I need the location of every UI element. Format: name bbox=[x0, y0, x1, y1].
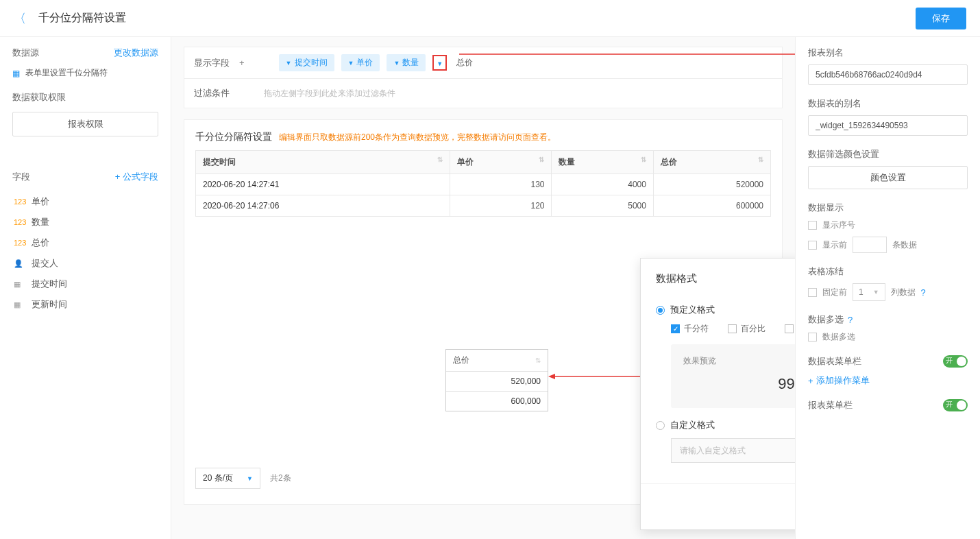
change-datasource-link[interactable]: 更改数据源 bbox=[114, 47, 158, 59]
table-menu-toggle[interactable]: 开 bbox=[943, 355, 968, 368]
field-label: 总价 bbox=[32, 237, 49, 249]
preview-label: 效果预览 bbox=[683, 355, 795, 367]
filter-placeholder: 拖动左侧字段到此处来添加过滤条件 bbox=[264, 88, 395, 99]
datasource-name: 表单里设置千位分隔符 bbox=[25, 67, 108, 79]
field-label: 更新时间 bbox=[32, 298, 67, 311]
help-icon[interactable]: ? bbox=[921, 287, 926, 298]
chevron-down-icon: ▼ bbox=[873, 289, 879, 296]
field-item[interactable]: ▦提交时间 bbox=[12, 274, 158, 294]
center-panel: 显示字段 + ▼提交时间 ▼单价 ▼数量 ▼ 总价 过滤条件 拖动左侧字段到此处… bbox=[171, 37, 795, 539]
checkbox-on-icon: ✓ bbox=[671, 324, 680, 333]
field-type-icon: 123 bbox=[14, 197, 25, 206]
sort-icon: ⇅ bbox=[535, 357, 541, 364]
column-header[interactable]: 数量⇅ bbox=[552, 151, 653, 174]
right-panel: 报表别名 数据表的别名 数据筛选颜色设置 颜色设置 数据显示 显示序号 显示前 … bbox=[795, 37, 980, 539]
checkbox-off-icon bbox=[728, 324, 737, 333]
custom-format-input[interactable] bbox=[671, 438, 795, 463]
field-item[interactable]: 👤提交人 bbox=[12, 253, 158, 274]
data-table: 提交时间⇅ 单价⇅ 数量⇅ 总价⇅ 2020-06-20 14:27:41 13… bbox=[195, 150, 771, 217]
table-freeze-label: 表格冻结 bbox=[808, 265, 968, 278]
field-label: 数量 bbox=[32, 216, 49, 228]
field-type-icon: 👤 bbox=[14, 259, 25, 268]
checkbox-off-icon[interactable] bbox=[808, 288, 817, 297]
filter-label: 过滤条件 bbox=[194, 87, 230, 99]
report-menu-label: 报表菜单栏 bbox=[808, 399, 853, 411]
sort-icon: ⇅ bbox=[539, 156, 544, 163]
plus-icon: + bbox=[808, 376, 813, 386]
report-alias-input[interactable] bbox=[808, 64, 968, 85]
report-permission-button[interactable]: 报表权限 bbox=[12, 112, 158, 136]
display-fields-label: 显示字段 bbox=[194, 57, 230, 69]
page-size-select[interactable]: 20 条/页▼ bbox=[195, 468, 260, 489]
page-title: 千分位分隔符设置 bbox=[38, 11, 126, 25]
percent-checkbox[interactable]: 百分比 bbox=[728, 323, 765, 335]
report-alias-label: 报表别名 bbox=[808, 47, 968, 59]
multi-select-checkbox[interactable]: 数据多选 bbox=[808, 331, 968, 343]
data-format-modal: 数据格式 ✕ 预定义格式 ✓千分符 百分比 小数位数 效果预览 99,999 bbox=[640, 258, 795, 530]
sort-icon: ⇅ bbox=[641, 156, 646, 163]
add-menu-link[interactable]: +添加操作菜单 bbox=[808, 374, 968, 387]
field-chip-dropdown-highlight[interactable]: ▼ bbox=[432, 55, 447, 71]
field-chip[interactable]: ▼数量 bbox=[387, 54, 426, 71]
table-menu-label: 数据表菜单栏 bbox=[808, 355, 861, 368]
table-title: 千分位分隔符设置 bbox=[195, 131, 272, 143]
datasource-entry[interactable]: ▦ 表单里设置千位分隔符 bbox=[12, 67, 158, 79]
chevron-down-icon: ▼ bbox=[247, 475, 253, 482]
add-field-icon[interactable]: + bbox=[239, 58, 245, 68]
show-count-input[interactable] bbox=[853, 237, 887, 253]
color-settings-button[interactable]: 颜色设置 bbox=[808, 166, 968, 189]
radio-on-icon bbox=[656, 306, 665, 315]
mini-result-table: 总价⇅ 520,000 600,000 bbox=[445, 349, 548, 411]
preset-format-radio[interactable]: 预定义格式 bbox=[656, 304, 795, 316]
filter-bar: 过滤条件 拖动左侧字段到此处来添加过滤条件 bbox=[184, 79, 783, 108]
back-icon[interactable]: 〈 bbox=[14, 10, 26, 27]
checkbox-off-icon bbox=[808, 333, 817, 342]
table-alias-input[interactable] bbox=[808, 115, 968, 136]
field-type-icon: 123 bbox=[14, 218, 25, 226]
decimal-checkbox[interactable]: 小数位数 bbox=[785, 323, 795, 335]
data-display-label: 数据显示 bbox=[808, 202, 968, 214]
checkbox-off-icon[interactable] bbox=[808, 241, 817, 250]
table-row[interactable]: 2020-06-20 14:27:06 120 5000 600000 bbox=[196, 195, 771, 217]
page-count: 共2条 bbox=[270, 472, 291, 484]
freeze-count-select[interactable]: 1▼ bbox=[853, 283, 885, 301]
custom-format-radio[interactable]: 自定义格式 bbox=[656, 419, 795, 431]
field-item[interactable]: 123单价 bbox=[12, 191, 158, 212]
radio-off-icon bbox=[656, 421, 665, 430]
field-label: 提交人 bbox=[32, 257, 58, 270]
chevron-down-icon: ▼ bbox=[348, 60, 354, 67]
field-item[interactable]: 123总价 bbox=[12, 232, 158, 253]
report-menu-toggle[interactable]: 开 bbox=[943, 399, 968, 411]
field-item[interactable]: 123数量 bbox=[12, 212, 158, 232]
save-button[interactable]: 保存 bbox=[916, 8, 966, 29]
table-preview-note: 编辑界面只取数据源前200条作为查询数据预览，完整数据请访问页面查看。 bbox=[279, 132, 556, 143]
column-header[interactable]: 提交时间⇅ bbox=[196, 151, 450, 174]
display-fields-bar: 显示字段 + ▼提交时间 ▼单价 ▼数量 ▼ 总价 bbox=[184, 47, 783, 79]
field-type-icon: ▦ bbox=[14, 300, 25, 309]
field-chip-total[interactable]: 总价 bbox=[454, 54, 476, 71]
field-chip[interactable]: ▼提交时间 bbox=[279, 54, 334, 71]
field-chip[interactable]: ▼单价 bbox=[341, 54, 380, 71]
chevron-down-icon: ▼ bbox=[393, 60, 400, 67]
add-formula-field-link[interactable]: + 公式字段 bbox=[115, 171, 158, 183]
modal-title: 数据格式 bbox=[656, 272, 697, 285]
multi-select-label: 数据多选? bbox=[808, 313, 968, 326]
field-type-icon: 123 bbox=[14, 239, 25, 247]
chevron-down-icon: ▼ bbox=[286, 60, 292, 67]
field-type-icon: ▦ bbox=[14, 280, 25, 289]
fields-label: 字段 bbox=[12, 171, 30, 183]
field-item[interactable]: ▦更新时间 bbox=[12, 294, 158, 315]
permission-label: 数据获取权限 bbox=[12, 91, 66, 104]
thousand-separator-checkbox[interactable]: ✓千分符 bbox=[671, 323, 709, 335]
field-label: 单价 bbox=[32, 195, 49, 208]
column-header[interactable]: 总价⇅ bbox=[653, 151, 770, 174]
table-row[interactable]: 2020-06-20 14:27:41 130 4000 520000 bbox=[196, 174, 771, 195]
sort-icon: ⇅ bbox=[437, 156, 443, 163]
left-panel: 数据源 更改数据源 ▦ 表单里设置千位分隔符 数据获取权限 报表权限 字段 + … bbox=[0, 37, 171, 539]
column-header[interactable]: 单价⇅ bbox=[450, 151, 552, 174]
show-index-checkbox[interactable]: 显示序号 bbox=[808, 219, 968, 231]
preview-value: 99,999 bbox=[683, 371, 795, 397]
help-icon[interactable]: ? bbox=[848, 315, 853, 325]
color-filter-label: 数据筛选颜色设置 bbox=[808, 148, 968, 160]
datasource-label: 数据源 bbox=[12, 47, 39, 59]
